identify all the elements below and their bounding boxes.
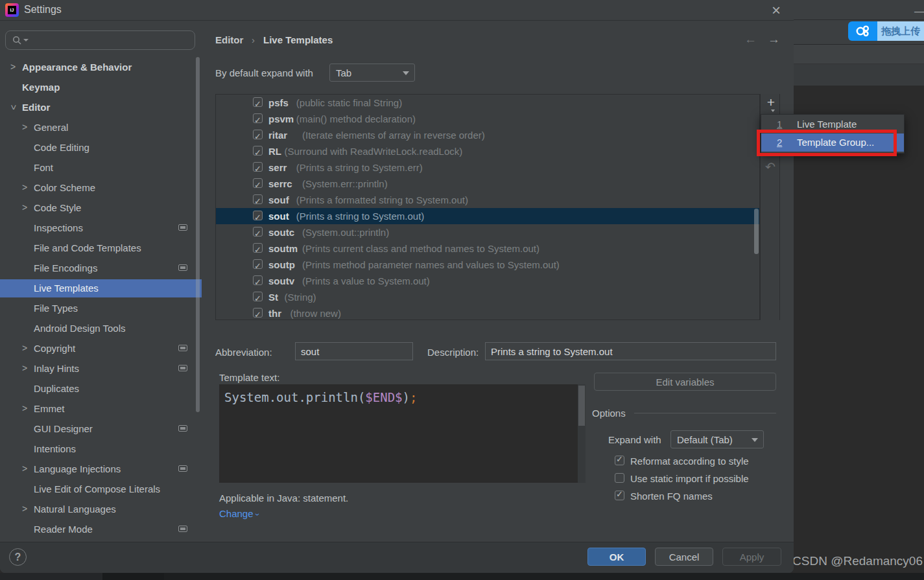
template-row-st[interactable]: St (String) bbox=[216, 289, 759, 305]
template-text-editor[interactable]: System.out.println($END$); bbox=[219, 384, 586, 483]
template-row-soutp[interactable]: soutp (Prints method parameter names and… bbox=[216, 257, 759, 273]
sidebar-item-appearance-behavior[interactable]: >Appearance & Behavior bbox=[0, 57, 202, 77]
template-list-scrollbar-thumb[interactable] bbox=[754, 209, 759, 254]
template-description: (String) bbox=[284, 289, 316, 305]
template-row-serr[interactable]: serr (Prints a string to System.err) bbox=[216, 159, 759, 176]
template-checkbox[interactable] bbox=[253, 308, 263, 318]
sidebar-item-emmet[interactable]: >Emmet bbox=[0, 399, 202, 419]
template-checkbox[interactable] bbox=[253, 178, 263, 188]
settings-search-input[interactable] bbox=[5, 30, 195, 50]
sidebar-item-general[interactable]: >General bbox=[0, 117, 202, 137]
change-link[interactable]: Change› bbox=[219, 508, 259, 519]
chevron-right-icon[interactable]: > bbox=[21, 399, 29, 419]
sidebar-item-gui-designer[interactable]: GUI Designer bbox=[0, 419, 202, 439]
template-row-soutc[interactable]: soutc (System.out::println) bbox=[216, 224, 759, 240]
template-checkbox[interactable] bbox=[253, 243, 263, 253]
breadcrumb-editor[interactable]: Editor bbox=[215, 34, 243, 45]
sidebar-item-label: Keymap bbox=[22, 82, 60, 93]
template-checkbox[interactable] bbox=[253, 227, 263, 237]
template-row-soutm[interactable]: soutm (Prints current class and method n… bbox=[216, 240, 759, 257]
sidebar-item-font[interactable]: Font bbox=[0, 157, 202, 178]
default-expand-dropdown[interactable]: Tab bbox=[329, 64, 415, 82]
help-button[interactable]: ? bbox=[9, 548, 27, 566]
template-row-thr[interactable]: thr (throw new) bbox=[216, 305, 759, 320]
template-row-ritar[interactable]: ritar (Iterate elements of array in reve… bbox=[216, 127, 759, 143]
close-icon[interactable]: × bbox=[768, 2, 785, 19]
option-checkbox[interactable] bbox=[615, 456, 624, 465]
sidebar-item-inlay-hints[interactable]: >Inlay Hints bbox=[0, 358, 202, 378]
chevron-right-icon[interactable]: > bbox=[21, 358, 29, 378]
template-row-psvm[interactable]: psvm (main() method declaration) bbox=[216, 111, 759, 127]
template-row-rl[interactable]: RL (Surround with ReadWriteLock.readLock… bbox=[216, 143, 759, 159]
template-row-psfs[interactable]: psfs (public static final String) bbox=[216, 95, 759, 111]
template-checkbox[interactable] bbox=[253, 97, 263, 107]
chevron-right-icon[interactable]: > bbox=[21, 178, 29, 198]
template-row-souf[interactable]: souf (Prints a formatted string to Syste… bbox=[216, 192, 759, 208]
sidebar-item-inspections[interactable]: Inspections bbox=[0, 218, 202, 238]
chevron-right-icon[interactable]: > bbox=[9, 57, 17, 77]
sidebar-item-live-edit-of-compose-literals[interactable]: Live Edit of Compose Literals bbox=[0, 479, 202, 499]
sidebar-item-natural-languages[interactable]: >Natural Languages bbox=[0, 499, 202, 519]
option-checkbox[interactable] bbox=[615, 491, 624, 500]
sidebar-item-label: GUI Designer bbox=[34, 423, 93, 434]
template-checkbox[interactable] bbox=[253, 113, 263, 123]
chevron-down-icon[interactable]: > bbox=[3, 104, 23, 111]
drag-upload-button[interactable]: 拖拽上传 bbox=[848, 21, 924, 41]
chevron-right-icon[interactable]: > bbox=[21, 338, 29, 358]
template-row-serrc[interactable]: serrc (System.err::println) bbox=[216, 176, 759, 192]
sidebar-item-label: Editor bbox=[22, 102, 50, 113]
chevron-right-icon[interactable]: > bbox=[21, 117, 29, 137]
description-field[interactable]: Prints a string to System.out bbox=[485, 342, 776, 360]
sidebar-item-copyright[interactable]: >Copyright bbox=[0, 338, 202, 358]
sidebar-item-live-templates[interactable]: Live Templates bbox=[0, 279, 202, 297]
popup-item-live-template[interactable]: 1Live Template bbox=[761, 115, 904, 133]
sidebar-item-duplicates[interactable]: Duplicates bbox=[0, 378, 202, 399]
editor-scrollbar-track[interactable] bbox=[578, 384, 586, 483]
sidebar-item-reader-mode[interactable]: Reader Mode bbox=[0, 519, 202, 539]
sidebar-item-intentions[interactable]: Intentions bbox=[0, 439, 202, 459]
template-checkbox[interactable] bbox=[253, 211, 263, 220]
sidebar-scrollbar-thumb[interactable] bbox=[196, 57, 200, 412]
sidebar-item-keymap[interactable]: Keymap bbox=[0, 77, 202, 97]
revert-icon[interactable]: ↶ bbox=[765, 159, 778, 174]
template-name: RL bbox=[268, 143, 281, 159]
template-checkbox[interactable] bbox=[253, 194, 263, 204]
apply-button[interactable]: Apply bbox=[722, 548, 781, 566]
sidebar-item-file-types[interactable]: File Types bbox=[0, 298, 202, 318]
chevron-right-icon[interactable]: > bbox=[21, 198, 29, 218]
netdisk-logo-icon bbox=[848, 21, 877, 41]
sidebar-item-file-encodings[interactable]: File Encodings bbox=[0, 258, 202, 278]
sidebar-item-color-scheme[interactable]: >Color Scheme bbox=[0, 178, 202, 198]
template-row-soutv[interactable]: soutv (Prints a value to System.out) bbox=[216, 273, 759, 289]
sidebar-item-language-injections[interactable]: >Language Injections bbox=[0, 459, 202, 479]
sidebar-item-file-and-code-templates[interactable]: File and Code Templates bbox=[0, 238, 202, 258]
chevron-right-icon[interactable]: > bbox=[21, 499, 29, 519]
template-checkbox[interactable] bbox=[253, 130, 263, 139]
ok-button[interactable]: OK bbox=[587, 548, 646, 566]
abbreviation-field[interactable]: sout bbox=[295, 342, 413, 360]
option-checkbox[interactable] bbox=[615, 473, 624, 483]
forward-arrow-icon[interactable]: → bbox=[768, 32, 780, 47]
template-checkbox[interactable] bbox=[253, 275, 263, 285]
search-options-caret-icon[interactable] bbox=[23, 39, 29, 41]
minimize-icon[interactable]: — bbox=[914, 5, 924, 17]
popup-item-template-group[interactable]: 2Template Group... bbox=[761, 133, 904, 152]
sidebar-item-code-style[interactable]: >Code Style bbox=[0, 198, 202, 218]
sidebar-item-android-design-tools[interactable]: Android Design Tools bbox=[0, 318, 202, 338]
cancel-button[interactable]: Cancel bbox=[655, 548, 713, 566]
template-checkbox[interactable] bbox=[253, 259, 263, 269]
chevron-right-icon[interactable]: > bbox=[21, 459, 29, 479]
back-arrow-icon[interactable]: ← bbox=[744, 32, 757, 47]
sidebar-item-editor[interactable]: >Editor bbox=[0, 97, 202, 117]
template-description: (System.out::println) bbox=[302, 224, 389, 240]
sidebar-item-code-editing[interactable]: Code Editing bbox=[0, 137, 202, 157]
template-checkbox[interactable] bbox=[253, 292, 263, 301]
expand-with-dropdown[interactable]: Default (Tab) bbox=[670, 430, 764, 448]
template-row-sout[interactable]: sout (Prints a string to System.out) bbox=[216, 208, 759, 224]
editor-scrollbar-thumb[interactable] bbox=[578, 386, 585, 426]
option-label: Reformat according to style bbox=[630, 452, 749, 470]
sidebar-item-label: Reader Mode bbox=[34, 524, 93, 535]
template-checkbox[interactable] bbox=[253, 162, 263, 172]
template-checkbox[interactable] bbox=[253, 146, 263, 156]
edit-variables-button[interactable]: Edit variables bbox=[594, 373, 776, 391]
